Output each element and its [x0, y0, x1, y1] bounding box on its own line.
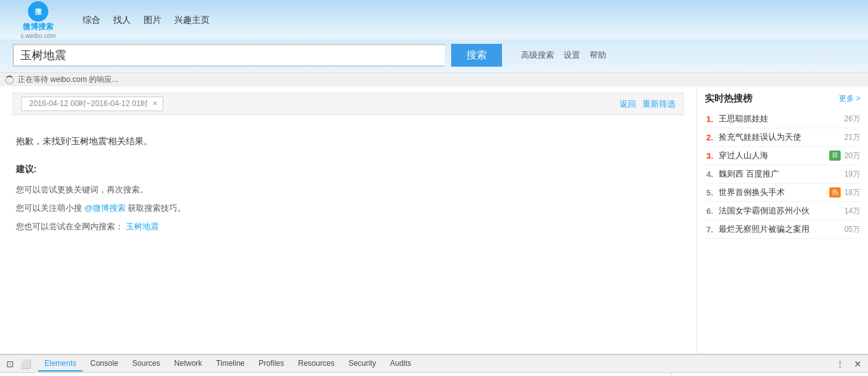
suggestion-tip-3: 您也可以尝试在全网内搜索： 玉树地震: [16, 218, 681, 235]
hot-list-item[interactable]: 3. 穿过人山人海 荐 20万: [705, 147, 860, 165]
logo-area: 微 微博搜索 s.weibo.com: [13, 1, 64, 39]
suggestion-tip-1: 您可以尝试更换关键词，再次搜索。: [16, 182, 681, 198]
hot-list-item[interactable]: 4. 魏则西 百度推广 19万: [705, 165, 860, 184]
hot-item-name: 捡充气娃娃误认为天使: [719, 131, 841, 143]
search-input[interactable]: [13, 44, 445, 67]
weibo-search-link[interactable]: @微博搜索: [85, 203, 126, 213]
svg-text:微: 微: [34, 8, 43, 15]
hot-item-count: 19万: [844, 169, 860, 180]
devtools-close-icon[interactable]: ✕: [851, 358, 864, 370]
rank-number: 6.: [705, 206, 715, 216]
rank-number: 2.: [705, 133, 715, 142]
hot-item-name: 最烂无察照片被骗之案用: [719, 224, 841, 235]
logo-site-name: 微博搜索: [23, 22, 53, 32]
rank-number: 4.: [705, 170, 715, 179]
right-panel: 实时热搜榜 更多 > 1. 王思聪抓娃娃 26万 2. 捡充气娃娃误认为天使 2…: [696, 86, 868, 354]
filter-bar: 2016-04-12 00时~2016-04-12 01时 × 返回 重新筛选: [13, 93, 684, 115]
tab-console[interactable]: Console: [84, 356, 125, 372]
nav-item-3[interactable]: 兴趣主页: [174, 15, 210, 26]
search-button[interactable]: 搜索: [451, 44, 502, 67]
nav-item-2[interactable]: 图片: [144, 15, 161, 26]
tab-profiles[interactable]: Profiles: [252, 356, 290, 372]
search-extra-0[interactable]: 高级搜索: [521, 50, 554, 61]
filter-refine-link[interactable]: 重新筛选: [642, 98, 675, 110]
hot-list-item[interactable]: 1. 王思聪抓娃娃 26万: [705, 110, 860, 128]
hot-item-count: 18万: [844, 187, 860, 198]
tab-sources[interactable]: Sources: [126, 356, 166, 372]
filter-close-icon[interactable]: ×: [153, 99, 157, 108]
tab-elements[interactable]: Elements: [38, 356, 83, 372]
tag-badge: 荐: [829, 151, 841, 161]
hot-item-count: 14万: [844, 206, 860, 217]
hot-item-name: 法国女学霸倒追苏州小伙: [719, 205, 841, 217]
search-extra-1[interactable]: 设置: [564, 50, 580, 61]
tab-resources[interactable]: Resources: [292, 356, 341, 372]
rank-number: 7.: [705, 225, 715, 234]
nav-links: 综合找人图片兴趣主页: [83, 15, 210, 26]
hot-list: 1. 王思聪抓娃娃 26万 2. 捡充气娃娃误认为天使 21万 3. 穿过人山人…: [705, 110, 860, 239]
css-panel: Styles Computed Event Listeners » :hov ●…: [671, 373, 868, 376]
filter-actions: 返回 重新筛选: [620, 98, 675, 110]
more-link[interactable]: 更多 >: [839, 93, 860, 104]
hot-list-item[interactable]: 5. 世界首例换头手术 热 18万: [705, 184, 860, 202]
devtools-body: ▶ <div class="WB_cardwrap S_bg2_c"> <div…: [0, 373, 868, 376]
devtools: ⊡ ⬜ Elements Console Sources Network Tim…: [0, 354, 868, 376]
devtools-more-icon[interactable]: ⋮: [834, 358, 846, 370]
tab-timeline[interactable]: Timeline: [210, 356, 251, 372]
hot-item-name: 穿过人山人海: [719, 150, 825, 161]
search-extra-2[interactable]: 帮助: [590, 50, 606, 61]
html-panel: ▶ <div class="WB_cardwrap S_bg2_c"> <div…: [0, 373, 671, 376]
top-bar: 微 微博搜索 s.weibo.com 综合找人图片兴趣主页: [0, 0, 868, 39]
filter-date-range: 2016-04-12 00时~2016-04-12 01时: [29, 99, 148, 108]
nav-item-1[interactable]: 找人: [113, 15, 131, 26]
hot-item-name: 魏则西 百度推广: [719, 168, 841, 180]
devtools-tab-right: ⋮ ✕: [834, 358, 864, 370]
no-result-message: 抱歉，未找到'玉树地震'相关结果。: [16, 132, 681, 150]
logo-domain: s.weibo.com: [20, 32, 56, 39]
rank-number: 1.: [705, 114, 715, 124]
devtools-inspect-icon[interactable]: ⊡: [4, 358, 17, 370]
main-content: 2016-04-12 00时~2016-04-12 01时 × 返回 重新筛选 …: [0, 86, 868, 354]
full-search-link[interactable]: 玉树地震: [126, 222, 159, 231]
hot-search-title: 实时热搜榜: [705, 93, 752, 105]
hot-item-name: 世界首例换头手术: [719, 187, 825, 198]
search-bar-area: 搜索 高级搜索设置帮助: [0, 39, 868, 72]
nav-item-0[interactable]: 综合: [83, 15, 100, 26]
devtools-device-icon[interactable]: ⬜: [19, 358, 32, 370]
devtools-tabs: ⊡ ⬜ Elements Console Sources Network Tim…: [0, 355, 868, 373]
loading-spinner-icon: [5, 76, 14, 84]
hot-item-count: 05万: [844, 224, 860, 235]
hot-item-count: 26万: [844, 114, 860, 124]
filter-return-link[interactable]: 返回: [620, 98, 636, 110]
filter-tag: 2016-04-12 00时~2016-04-12 01时 ×: [21, 97, 163, 111]
hot-item-count: 20万: [844, 151, 860, 161]
suggestion-title: 建议:: [16, 160, 681, 178]
hot-item-name: 王思聪抓娃娃: [719, 113, 841, 124]
rank-number: 5.: [705, 188, 715, 198]
hot-list-item[interactable]: 6. 法国女学霸倒追苏州小伙 14万: [705, 202, 860, 220]
search-extras: 高级搜索设置帮助: [521, 50, 606, 61]
hot-list-item[interactable]: 7. 最烂无察照片被骗之案用 05万: [705, 220, 860, 239]
rank-number: 3.: [705, 151, 715, 161]
loading-bar: 正在等待 weibo.com 的响应...: [0, 72, 868, 86]
logo-icon: 微: [28, 1, 48, 22]
suggestion-tip-2: 您可以关注萌小搜 @微博搜索 获取搜索技巧。: [16, 200, 681, 217]
tab-network[interactable]: Network: [168, 356, 208, 372]
tab-security[interactable]: Security: [342, 356, 382, 372]
tag-badge-hot: 热: [829, 187, 841, 198]
hot-search-header: 实时热搜榜 更多 >: [705, 93, 860, 105]
hot-item-count: 21万: [844, 132, 860, 143]
tab-audits[interactable]: Audits: [384, 356, 417, 372]
no-result-area: 抱歉，未找到'玉树地震'相关结果。 建议: 您可以尝试更换关键词，再次搜索。 您…: [13, 123, 684, 245]
loading-text: 正在等待 weibo.com 的响应...: [18, 74, 118, 85]
left-panel: 2016-04-12 00时~2016-04-12 01时 × 返回 重新筛选 …: [0, 86, 696, 354]
hot-list-item[interactable]: 2. 捡充气娃娃误认为天使 21万: [705, 128, 860, 147]
